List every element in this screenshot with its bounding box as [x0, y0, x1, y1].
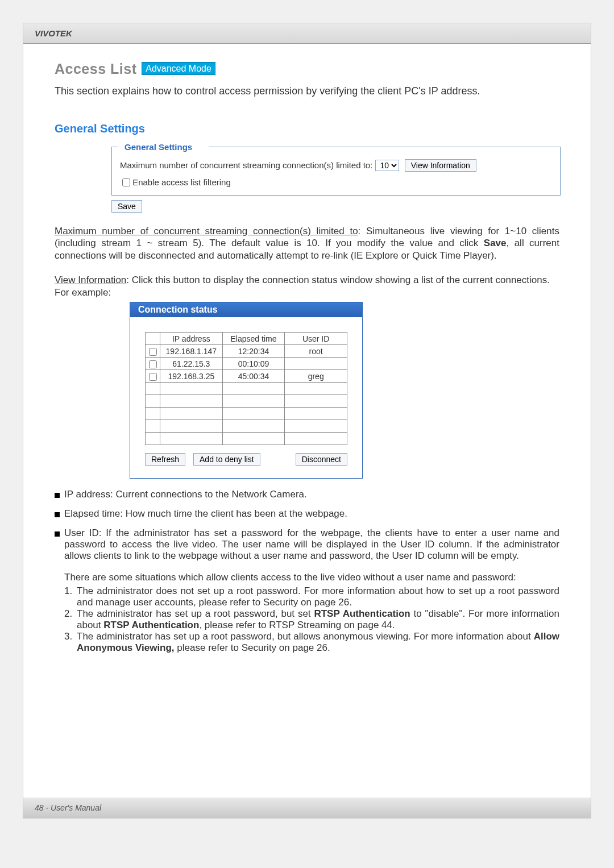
general-settings-fieldset: General Settings Maximum number of concu… [111, 147, 561, 196]
cell-elapsed [222, 420, 285, 433]
table-row [146, 433, 347, 445]
cell-elapsed [222, 395, 285, 408]
max-connections-label: Maximum number of concurrent streaming c… [120, 160, 372, 170]
situation-3: 3. The administrator has set up a root p… [64, 631, 559, 654]
cell-ip [160, 433, 223, 445]
row-select-checkbox[interactable] [149, 360, 157, 368]
cell-user [285, 408, 347, 420]
table-row [146, 383, 347, 395]
cell-ip: 192.168.3.25 [160, 370, 223, 383]
cell-user [285, 383, 347, 395]
cell-elapsed: 12:20:34 [222, 345, 285, 358]
page-content: Access List Advanced Mode This section e… [23, 44, 591, 671]
fieldset-legend: General Settings [122, 142, 194, 152]
cell-user [285, 433, 347, 445]
disconnect-button[interactable]: Disconnect [296, 453, 347, 466]
situations-intro: There are some situations which allow cl… [64, 572, 559, 583]
advanced-mode-badge: Advanced Mode [142, 62, 215, 75]
cell-ip [160, 383, 223, 395]
cell-user: greg [285, 370, 347, 383]
cell-ip [160, 420, 223, 433]
for-example-label: For example: [55, 287, 559, 298]
cell-ip: 61.22.15.3 [160, 358, 223, 370]
table-row: 192.168.1.14712:20:34root [146, 345, 347, 358]
cell-ip [160, 408, 223, 420]
cell-elapsed: 45:00:34 [222, 370, 285, 383]
bullet-ip-address: IP address: Current connections to the N… [55, 489, 559, 500]
table-header-row: IP address Elapsed time User ID [146, 333, 347, 345]
row-select-checkbox[interactable] [149, 348, 157, 356]
page-footer-bar: 48 - User's Manual [23, 798, 591, 818]
connection-status-panel: Connection status IP address Elapsed tim… [130, 302, 363, 479]
bullet-elapsed-time: Elapsed time: How much time the client h… [55, 508, 559, 520]
footer-text: 48 - User's Manual [35, 803, 101, 812]
cell-user [285, 395, 347, 408]
document-page: VIVOTEK Access List Advanced Mode This s… [23, 23, 591, 819]
brand-label: VIVOTEK [35, 28, 72, 38]
enable-access-list-filtering-label: Enable access list filtering [132, 177, 231, 187]
enable-access-list-filtering-checkbox[interactable] [122, 178, 130, 186]
bullet-icon [55, 512, 60, 517]
cell-user: root [285, 345, 347, 358]
col-ip-address: IP address [160, 333, 223, 345]
col-elapsed-time: Elapsed time [222, 333, 285, 345]
table-row [146, 408, 347, 420]
add-to-deny-list-button[interactable]: Add to deny list [193, 453, 260, 466]
general-settings-heading: General Settings [55, 122, 559, 135]
col-user-id: User ID [285, 333, 347, 345]
connection-status-title: Connection status [130, 302, 362, 317]
cell-elapsed [222, 383, 285, 395]
table-row [146, 395, 347, 408]
cell-elapsed [222, 433, 285, 445]
save-button[interactable]: Save [111, 200, 142, 213]
connection-status-table: IP address Elapsed time User ID 192.168.… [145, 332, 347, 445]
table-row: 192.168.3.2545:00:34greg [146, 370, 347, 383]
cell-user [285, 358, 347, 370]
table-row: 61.22.15.300:10:09 [146, 358, 347, 370]
intro-paragraph: This section explains how to control acc… [55, 85, 559, 97]
cell-user [285, 420, 347, 433]
situation-1: 1. The administrator does not set up a r… [64, 585, 559, 608]
cell-ip: 192.168.1.147 [160, 345, 223, 358]
view-information-button[interactable]: View Information [405, 159, 476, 172]
page-header-bar: VIVOTEK [23, 23, 591, 44]
bullet-icon [55, 531, 60, 537]
view-information-description: View Information: Click this button to d… [55, 274, 559, 286]
cell-ip [160, 395, 223, 408]
situation-2: 2. The administrator has set up a root p… [64, 608, 559, 631]
bullet-user-id: User ID: If the administrator has set a … [55, 528, 559, 562]
table-row [146, 420, 347, 433]
bullet-icon [55, 493, 60, 498]
max-connections-select[interactable]: 10 [375, 160, 399, 171]
cell-elapsed: 00:10:09 [222, 358, 285, 370]
row-select-checkbox[interactable] [149, 373, 157, 381]
cell-elapsed [222, 408, 285, 420]
max-connections-description: Maximum number of concurrent streaming c… [55, 225, 559, 261]
refresh-button[interactable]: Refresh [145, 453, 185, 466]
page-title: Access List [55, 61, 136, 77]
